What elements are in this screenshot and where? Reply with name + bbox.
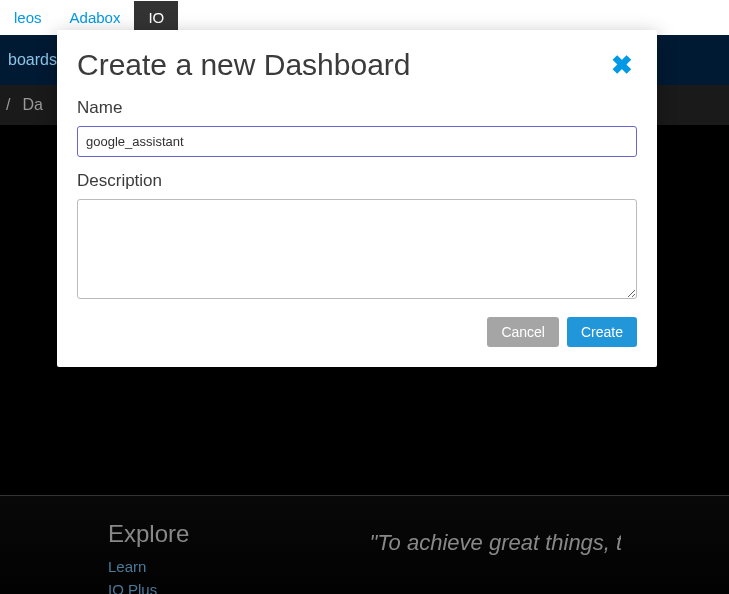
modal-footer: Cancel Create — [77, 317, 637, 347]
modal-header: Create a new Dashboard ✖ — [77, 48, 637, 82]
name-form-group: Name — [77, 98, 637, 157]
name-input[interactable] — [77, 126, 637, 157]
close-icon[interactable]: ✖ — [607, 48, 637, 82]
create-dashboard-modal: Create a new Dashboard ✖ Name Descriptio… — [57, 30, 657, 367]
modal-title: Create a new Dashboard — [77, 48, 411, 82]
name-label: Name — [77, 98, 637, 118]
modal-overlay: Create a new Dashboard ✖ Name Descriptio… — [0, 0, 729, 594]
description-label: Description — [77, 171, 637, 191]
description-form-group: Description — [77, 171, 637, 303]
cancel-button[interactable]: Cancel — [487, 317, 559, 347]
description-textarea[interactable] — [77, 199, 637, 299]
create-button[interactable]: Create — [567, 317, 637, 347]
